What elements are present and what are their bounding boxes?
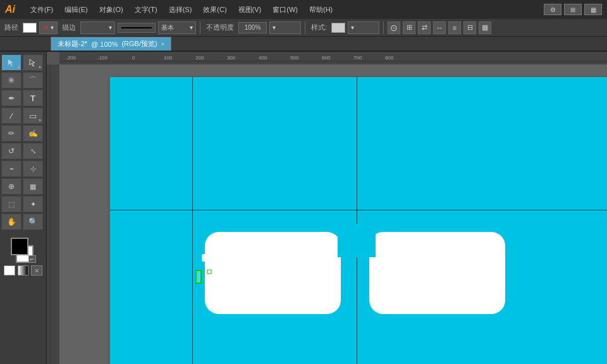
stroke-profile-dropdown[interactable]: 基本 ▾ bbox=[158, 21, 196, 34]
fill-swatch[interactable] bbox=[23, 23, 37, 33]
tab-zoom: @ 100% bbox=[91, 40, 118, 48]
main-area: ▸ ▸ ✳ ⌒ ✒ T \ bbox=[0, 52, 607, 364]
style-dropdown[interactable]: ▾ bbox=[348, 21, 379, 34]
tool-row-7: ⌁ ⊹ bbox=[1, 161, 45, 177]
type-icon: T bbox=[30, 94, 35, 103]
lasso-icon: ⌒ bbox=[29, 75, 37, 86]
tool-row-4: \ ▭ ▸ bbox=[1, 107, 45, 124]
warp-tool[interactable]: ⌁ bbox=[1, 161, 21, 177]
freetransform-icon: ⊹ bbox=[30, 165, 36, 173]
stroke-dropdown-icon: ▾ bbox=[109, 24, 112, 31]
menu-text[interactable]: 文字(T) bbox=[130, 4, 162, 16]
selection-handle[interactable] bbox=[195, 270, 202, 284]
pen-tool[interactable]: ✒ bbox=[1, 90, 21, 106]
none-mode-btn[interactable]: ✕ bbox=[31, 265, 42, 276]
pencil-icon: ✍ bbox=[28, 129, 38, 138]
glasses-illustration[interactable] bbox=[202, 216, 512, 327]
opacity-dropdown[interactable]: ▾ bbox=[269, 21, 301, 34]
options-btn[interactable]: ≡ bbox=[448, 21, 461, 34]
tab-close-btn[interactable]: × bbox=[161, 41, 164, 47]
color-swatches: ↩ bbox=[11, 238, 36, 263]
svg-text:0: 0 bbox=[132, 55, 135, 61]
ruler-v-svg bbox=[47, 52, 59, 364]
menu-view[interactable]: 视图(V) bbox=[233, 4, 267, 16]
path-label: 路径 bbox=[4, 23, 18, 32]
fill-mode-btn[interactable] bbox=[4, 265, 15, 276]
anchor-point[interactable] bbox=[207, 270, 212, 274]
stroke-type-dropdown[interactable]: ▾ bbox=[80, 21, 115, 34]
tool-row-6: ↺ ⤡ bbox=[1, 143, 45, 159]
rect-tool[interactable]: ▭ ▸ bbox=[23, 107, 43, 124]
arrange-btn[interactable]: ⊞ bbox=[564, 4, 582, 15]
free-transform-tool[interactable]: ⊹ bbox=[23, 161, 43, 177]
stroke-dropdown-arrow: ▾ bbox=[51, 24, 54, 31]
divider-3 bbox=[383, 21, 384, 34]
selection-tool[interactable]: ▸ bbox=[1, 54, 21, 71]
chevron-down-icon3: ▾ bbox=[351, 24, 354, 31]
style-swatch[interactable] bbox=[331, 23, 345, 33]
lasso-tool[interactable]: ⌒ bbox=[23, 72, 43, 88]
stroke-mode-btn[interactable]: ✕ ▾ bbox=[39, 21, 58, 34]
pen-icon: ✒ bbox=[8, 94, 15, 103]
slice-tool[interactable]: ✦ bbox=[23, 196, 43, 212]
rotate-tool[interactable]: ↺ bbox=[1, 143, 21, 159]
corner-arrow2: ▸ bbox=[39, 64, 42, 70]
type-tool[interactable]: T bbox=[23, 90, 43, 106]
graph-icon: ▦ bbox=[30, 183, 36, 191]
svg-rect-13 bbox=[47, 52, 59, 364]
color-section: ↩ ✕ bbox=[1, 235, 45, 278]
pencil-tool[interactable]: ✍ bbox=[23, 125, 43, 142]
hand-tool[interactable]: ✋ bbox=[1, 214, 21, 230]
extra-btn[interactable]: ⊟ bbox=[463, 21, 476, 34]
more-btn[interactable]: ↔ bbox=[433, 21, 446, 34]
gradient-mode-btn[interactable] bbox=[18, 265, 29, 276]
artboard-tool[interactable]: ⬚ bbox=[1, 196, 21, 212]
rect-corner: ▸ bbox=[39, 118, 42, 123]
ruler-corner bbox=[47, 52, 59, 64]
svg-text:-100: -100 bbox=[97, 55, 108, 61]
svg-text:400: 400 bbox=[259, 55, 267, 61]
warp-icon: ⌁ bbox=[9, 164, 14, 173]
direct-selection-tool[interactable]: ▸ bbox=[23, 54, 43, 71]
align-btn[interactable]: ⊙ bbox=[388, 21, 400, 34]
reset-colors-btn[interactable]: ↩ bbox=[28, 255, 36, 263]
workspace-btn[interactable]: ▦ bbox=[584, 4, 602, 15]
zoom-tool[interactable]: 🔍 bbox=[23, 214, 43, 230]
svg-text:600: 600 bbox=[322, 55, 331, 61]
magic-wand-tool[interactable]: ✳ bbox=[1, 72, 21, 88]
chevron-down-icon: ▾ bbox=[190, 24, 193, 31]
arrange-icon-btn[interactable]: ⇄ bbox=[418, 21, 431, 34]
line-tool[interactable]: \ bbox=[1, 107, 21, 124]
divider-2 bbox=[305, 21, 305, 34]
menu-select[interactable]: 选择(S) bbox=[164, 4, 197, 16]
opacity-input[interactable] bbox=[238, 22, 267, 33]
menu-help[interactable]: 帮助(H) bbox=[304, 4, 338, 16]
menu-effect[interactable]: 效果(C) bbox=[198, 4, 231, 16]
stroke-label: 描边 bbox=[62, 23, 76, 32]
tab-title: 未标题-2* bbox=[58, 39, 87, 49]
stroke-preview[interactable] bbox=[118, 23, 156, 33]
horizontal-guide-middle bbox=[110, 210, 607, 210]
document-tab[interactable]: 未标题-2* @ 100% (RGB/预览) × bbox=[51, 37, 171, 51]
menu-object[interactable]: 对象(O) bbox=[94, 4, 128, 16]
foreground-color-swatch[interactable] bbox=[11, 238, 28, 255]
ruler-h-svg: -200 -100 0 100 200 300 400 500 600 700 … bbox=[59, 52, 607, 64]
menu-file[interactable]: 文件(F) bbox=[25, 4, 58, 16]
app-settings-btn[interactable]: ⚙ bbox=[544, 4, 561, 15]
transform-btn[interactable]: ⊞ bbox=[403, 21, 415, 34]
view-btn[interactable]: ▦ bbox=[479, 21, 491, 34]
rect-icon: ▭ bbox=[29, 111, 37, 121]
column-graph-tool[interactable]: ▦ bbox=[23, 178, 43, 195]
stroke-icon: ✕ bbox=[43, 23, 49, 32]
opacity-label: 不透明度 bbox=[206, 23, 234, 32]
toolbar: 路径 ✕ ▾ 描边 ▾ 基本 ▾ 不透明度 ▾ 样式: ▾ ⊙ ⊞ ⇄ ↔ ≡ … bbox=[0, 19, 607, 37]
scale-tool[interactable]: ⤡ bbox=[23, 143, 43, 159]
paintbrush-tool[interactable]: ✏ bbox=[1, 125, 21, 142]
symbol-sprayer-tool[interactable]: ⊕ bbox=[1, 178, 21, 195]
line-icon: \ bbox=[7, 111, 15, 119]
tool-row-8: ⊕ ▦ bbox=[1, 178, 45, 195]
ruler-horizontal: -200 -100 0 100 200 300 400 500 600 700 … bbox=[59, 52, 607, 64]
menu-edit[interactable]: 编辑(E) bbox=[59, 4, 93, 16]
menu-window[interactable]: 窗口(W) bbox=[267, 4, 303, 16]
scale-icon: ⤡ bbox=[30, 147, 36, 155]
